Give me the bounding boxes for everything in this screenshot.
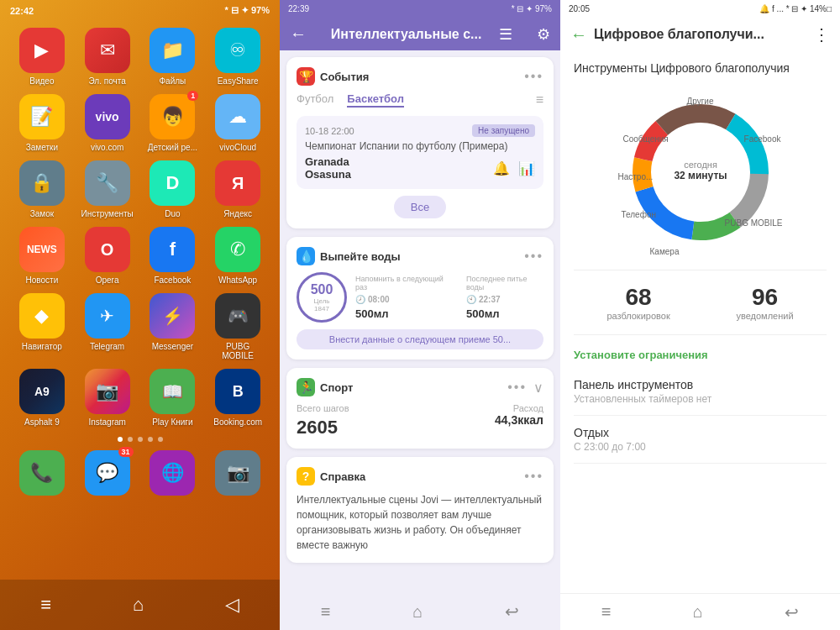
set-limits-button[interactable]: Установите ограничения — [574, 349, 827, 361]
phone3-nav-home[interactable]: ⌂ — [693, 602, 703, 622]
phone3-digital-wellbeing: 20:05 🔔 f ... * ⊟ ✦ 14%□ ← Цифровое благ… — [560, 0, 840, 630]
app-opera[interactable]: O Opera — [79, 227, 136, 285]
dock-browser[interactable]: 🌐 — [144, 450, 202, 496]
steps-value: 2605 — [297, 417, 349, 438]
phone1-home-screen: 22:42 * ⊟ ✦ 97% ▶ Видео ✉ Эл. почта 📁 Фа… — [0, 0, 280, 630]
app-kids-badge: 1 — [187, 91, 198, 101]
phone2-status-icons: * ⊟ ✦ 97% — [512, 4, 552, 13]
app-duo[interactable]: D Duo — [144, 160, 202, 218]
app-telegram[interactable]: ✈ Telegram — [79, 293, 136, 360]
phone3-header: ← Цифровое благополучи... ⋮ — [560, 18, 840, 51]
phone2-back-icon[interactable]: ← — [290, 24, 307, 44]
app-easyshare[interactable]: ♾ EasyShare — [209, 28, 266, 86]
nav-home-icon[interactable]: ⌂ — [133, 594, 144, 616]
clock-icon2: 🕙 — [466, 295, 476, 304]
phone2-nav-menu[interactable]: ≡ — [321, 602, 331, 622]
help-card: ? Справка ••• Интеллектуальные сцены Jov… — [286, 457, 554, 563]
app-news[interactable]: NEWS Новости — [13, 227, 71, 285]
app-vivo[interactable]: vivo vivo.com — [79, 94, 136, 152]
water-next-time: 🕗 08:00 — [355, 295, 453, 304]
help-icon: ? — [297, 467, 315, 486]
app-asphalt[interactable]: A9 Asphalt 9 — [13, 369, 71, 427]
app-facebook[interactable]: f Facebook — [144, 227, 202, 285]
phone2-menu-icon[interactable]: ☰ — [499, 25, 512, 44]
phone3-nav-menu[interactable]: ≡ — [601, 602, 612, 622]
app-instagram[interactable]: 📷 Instagram — [79, 369, 136, 427]
app-notes[interactable]: 📝 Заметки — [13, 94, 71, 152]
help-more-icon[interactable]: ••• — [524, 469, 543, 484]
all-button[interactable]: Все — [394, 196, 446, 218]
events-more-icon[interactable]: ••• — [524, 69, 543, 84]
app-navigator[interactable]: ◆ Навигатор — [13, 293, 71, 360]
legend-pubg: PUBG MOBILE — [725, 218, 783, 228]
phone2-smart-scenes: 22:39 * ⊟ ✦ 97% ← Интеллектуальные с... … — [280, 0, 560, 630]
app-kids[interactable]: 👦 1 Детский ре... — [144, 94, 202, 152]
phone2-settings-icon[interactable]: ⚙ — [537, 25, 550, 44]
dock-camera[interactable]: 📷 — [209, 450, 266, 496]
sport-more-icon[interactable]: ••• — [507, 380, 527, 395]
phone1-status-icons: * ⊟ ✦ 97% — [225, 5, 270, 16]
dock-phone[interactable]: 📞 — [13, 450, 71, 496]
help-text: Интеллектуальные сцены Jovi — интеллекту… — [297, 492, 543, 553]
phone2-header: ← Интеллектуальные с... ☰ ⚙ — [280, 18, 560, 50]
notifications-value: 96 — [736, 284, 793, 311]
app-whatsapp[interactable]: ✆ WhatsApp — [209, 227, 266, 285]
water-goal-val: 1847 — [314, 305, 329, 312]
phone2-content: 🏆 События ••• Футбол Баскетбол ≡ 10-18 2… — [280, 50, 560, 596]
water-card-title: 💧 Выпейте воды — [297, 247, 401, 265]
clock-icon: 🕗 — [355, 295, 365, 304]
app-lock[interactable]: 🔒 Замок — [13, 160, 71, 218]
tab-football[interactable]: Футбол — [297, 92, 333, 108]
dot-2 — [128, 437, 133, 442]
dock-messages[interactable]: 💬 31 — [79, 450, 136, 496]
app-video[interactable]: ▶ Видео — [13, 28, 71, 86]
app-pubg[interactable]: 🎮 PUBG MOBILE — [209, 293, 266, 360]
water-goal-label: Цель — [314, 297, 330, 305]
legend-other: Другие — [686, 97, 713, 106]
sport-card: 🏃 Спорт ••• ∨ Всего шагов 2605 Расход 44… — [286, 368, 554, 449]
page-dots — [0, 433, 280, 445]
water-card-header: 💧 Выпейте воды ••• — [297, 247, 543, 265]
bell-icon[interactable]: 🔔 — [493, 160, 510, 176]
app-booking[interactable]: B Booking.com — [209, 369, 266, 427]
events-card: 🏆 События ••• Футбол Баскетбол ≡ 10-18 2… — [286, 57, 554, 228]
tab-lines-icon: ≡ — [536, 92, 543, 108]
app-messenger[interactable]: ⚡ Messenger — [144, 293, 202, 360]
water-card: 💧 Выпейте воды ••• 500 Цель 1847 Напомни… — [286, 237, 554, 360]
app-yandex[interactable]: Я Яндекс — [209, 160, 266, 218]
chart-icon[interactable]: 📊 — [518, 160, 535, 176]
phone3-nav-back[interactable]: ↩ — [785, 602, 799, 622]
water-next-amount: 500мл — [355, 307, 453, 320]
match-status: Не запущено — [472, 124, 535, 137]
svg-text:32 минуты: 32 минуты — [674, 170, 727, 181]
events-card-title: 🏆 События — [297, 67, 369, 86]
nav-menu-icon[interactable]: ≡ — [40, 594, 51, 616]
settings-dashboard[interactable]: Панель инструментов Установленных таймер… — [574, 368, 827, 416]
phone2-nav-home[interactable]: ⌂ — [412, 602, 423, 622]
settings-rest[interactable]: Отдых С 23:00 до 7:00 — [574, 416, 827, 464]
app-playbooks[interactable]: 📖 Play Книги — [144, 369, 202, 427]
app-vivocloud[interactable]: ☁ vivoCloud — [209, 94, 266, 152]
phone2-nav-back[interactable]: ↩ — [505, 601, 519, 622]
tab-basketball[interactable]: Баскетбол — [347, 92, 404, 108]
phone3-back-icon[interactable]: ← — [570, 25, 587, 45]
sport-controls: ••• ∨ — [507, 380, 543, 396]
notifications-stat: 96 уведомлений — [736, 284, 793, 321]
settings-dashboard-sub: Установленных таймеров нет — [574, 393, 827, 405]
water-amount: 500 — [311, 282, 333, 297]
app-mail[interactable]: ✉ Эл. почта — [79, 28, 136, 86]
water-more-icon[interactable]: ••• — [524, 249, 543, 264]
app-files[interactable]: 📁 Файлы — [144, 28, 202, 86]
sport-expense-col: Расход 44,3ккал — [495, 403, 543, 427]
phone3-status-bar: 20:05 🔔 f ... * ⊟ ✦ 14%□ — [560, 0, 840, 18]
app-tools[interactable]: 🔧 Инструменты — [79, 160, 136, 218]
match-teams-names: Granada Osasuna — [305, 155, 351, 181]
notifications-label: уведомлений — [736, 311, 793, 321]
team1-name: Granada — [305, 155, 351, 168]
sport-expand-icon[interactable]: ∨ — [533, 380, 543, 396]
phone2-title: Интеллектуальные с... — [331, 27, 482, 42]
nav-back-icon[interactable]: ◁ — [225, 594, 239, 616]
settings-dashboard-title: Панель инструментов — [574, 378, 827, 391]
phone3-more-icon[interactable]: ⋮ — [813, 24, 830, 45]
add-water-button[interactable]: Внести данные о следующем приеме 50... — [297, 329, 543, 349]
